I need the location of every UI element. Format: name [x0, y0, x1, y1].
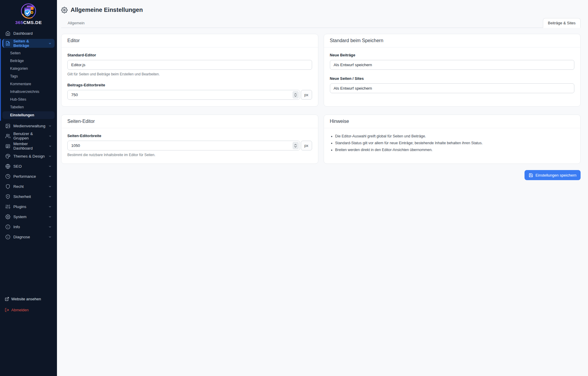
sidebar-item-label: Performance — [13, 174, 36, 179]
neue-beitraege-select[interactable]: Als Entwurf speichern — [330, 60, 575, 70]
standard-editor-field: Standard-Editor Editor.js Gilt für Seite… — [67, 53, 312, 76]
chevron-down-icon — [48, 42, 52, 45]
stepper-down-icon — [294, 146, 297, 147]
sidebar-item-label: Dashboard — [13, 31, 33, 36]
notes-list: Die Editor-Auswahl greift global für Sei… — [335, 134, 575, 152]
number-stepper[interactable] — [293, 91, 299, 99]
sidebar-item-label: Member Dashboard — [13, 142, 46, 150]
sidebar-submenu: Seiten Beiträge Kategorien Tags Kommenta… — [2, 49, 55, 121]
sidebar-item-seiten-beitraege[interactable]: Seiten & Beiträge — [2, 39, 55, 48]
brand-name: 365CMS.DE — [15, 20, 42, 25]
settings-gear-icon — [61, 7, 68, 13]
gear-icon — [5, 214, 10, 219]
sidebar-item-seo[interactable]: SEO — [2, 162, 55, 171]
chevron-down-icon — [48, 124, 52, 128]
seiten-editorbreite-input[interactable] — [67, 141, 300, 150]
sidebar-item-recht[interactable]: Recht — [2, 182, 55, 191]
sidebar-subitem-beitraege[interactable]: Beiträge — [2, 57, 55, 64]
sidebar-item-label: Sicherheit — [13, 194, 31, 199]
chevron-down-icon — [48, 205, 52, 208]
number-input-wrap — [67, 141, 300, 150]
info-icon — [5, 224, 10, 229]
sidebar-subitem-inhaltsverzeichnis[interactable]: Inhaltsverzeichnis — [2, 88, 55, 95]
sidebar-item-system[interactable]: System — [2, 212, 55, 221]
chevron-down-icon — [49, 134, 52, 138]
chevron-down-icon — [49, 145, 52, 148]
seiten-editor-card: Seiten-Editor Seiten-Editorbreite px — [61, 115, 318, 164]
palette-icon — [5, 154, 10, 159]
sidebar-subitem-kommentare[interactable]: Kommentare — [2, 80, 55, 88]
sidebar-item-benutzer-gruppen[interactable]: Benutzer & Gruppen — [2, 131, 55, 140]
sidebar-subitem-seiten[interactable]: Seiten — [2, 50, 55, 57]
chevron-down-icon — [48, 215, 52, 218]
sidebar-item-diagnose[interactable]: Diagnose — [2, 232, 55, 241]
sidebar-item-label: Themes & Design — [13, 154, 45, 158]
neue-beitraege-field: Neue Beiträge Als Entwurf speichern — [330, 53, 575, 70]
page-header: Allgemeine Einstellungen — [61, 7, 581, 13]
brand: 365CMS.DE — [0, 0, 57, 27]
sidebar-item-label: Diagnose — [13, 235, 30, 239]
card-icon — [5, 144, 10, 149]
note-item: Breiten werden direkt in den Editor-Ansi… — [335, 148, 575, 152]
sidebar-item-info[interactable]: Info — [2, 222, 55, 231]
neue-beitraege-label: Neue Beiträge — [330, 53, 575, 57]
sidebar-item-medienverwaltung[interactable]: Medienverwaltung — [2, 121, 55, 130]
sidebar-item-label: Benutzer & Gruppen — [13, 131, 46, 140]
clock-icon — [5, 174, 10, 179]
chevron-down-icon — [48, 175, 52, 178]
sidebar-item-sicherheit[interactable]: Sicherheit — [2, 192, 55, 201]
sidebar-item-label: Plugins — [13, 204, 26, 209]
sidebar-subitem-kategorien[interactable]: Kategorien — [2, 65, 55, 72]
chevron-down-icon — [48, 165, 52, 168]
standard-editor-label: Standard-Editor — [67, 53, 312, 57]
sidebar-nav: Dashboard Seiten & Beiträge Seiten Beitr… — [0, 27, 57, 242]
sidebar-subitem-tags[interactable]: Tags — [2, 73, 55, 80]
tab-beitraege-sites[interactable]: Beiträge & Sites — [543, 18, 581, 28]
note-item: Die Editor-Auswahl greift global für Sei… — [335, 134, 575, 138]
shield-lock-icon — [5, 194, 10, 199]
sidebar-subitem-tabellen[interactable]: Tabellen — [2, 104, 55, 111]
view-website-link[interactable]: Website ansehen — [5, 294, 52, 303]
note-item: Standard-Status gilt vor allem für neue … — [335, 141, 575, 145]
unit-addon: px — [301, 90, 312, 100]
pages-icon — [5, 41, 10, 46]
stepper-up-icon — [294, 93, 297, 95]
brand-logo-icon — [20, 3, 36, 19]
neue-seiten-select[interactable]: Als Entwurf speichern — [330, 83, 575, 93]
card-title: Editor — [61, 34, 318, 47]
sidebar-item-label: System — [13, 215, 26, 219]
external-link-icon — [5, 297, 9, 301]
sidebar-item-performance[interactable]: Performance — [2, 172, 55, 181]
stepper-down-icon — [294, 95, 297, 97]
save-defaults-card: Standard beim Speichern Neue Beiträge Al… — [324, 34, 581, 107]
sidebar-item-label: Recht — [13, 184, 24, 189]
seiten-editorbreite-field: Seiten-Editorbreite px Bestimmt die nutz… — [67, 134, 312, 157]
sidebar-item-themes-design[interactable]: Themes & Design — [2, 152, 55, 161]
home-icon — [5, 31, 10, 36]
save-settings-button[interactable]: Einstellungen speichern — [525, 170, 581, 180]
shield-icon — [5, 184, 10, 189]
seiten-editorbreite-help: Bestimmt die nutzbare Inhaltsbreite im E… — [67, 153, 312, 157]
chevron-down-icon — [48, 155, 52, 158]
unit-addon: px — [301, 141, 312, 150]
sidebar-subitem-hub-sites[interactable]: Hub-Sites — [2, 96, 55, 103]
card-body: Seiten-Editorbreite px Bestimmt die nutz… — [61, 128, 318, 164]
sidebar-item-label: SEO — [13, 164, 22, 169]
chevron-down-icon — [48, 235, 52, 239]
sidebar-item-plugins[interactable]: Plugins — [2, 202, 55, 211]
logout-icon — [5, 308, 9, 312]
logout-link[interactable]: Abmelden — [5, 305, 52, 314]
card-body: Die Editor-Auswahl greift global für Sei… — [324, 128, 581, 161]
stepper-up-icon — [294, 144, 297, 145]
beitrags-editorbreite-input[interactable] — [67, 90, 300, 100]
standard-editor-select[interactable]: Editor.js — [67, 60, 312, 70]
chevron-down-icon — [48, 185, 52, 188]
diagnose-icon — [5, 234, 10, 239]
sidebar-subitem-einstellungen[interactable]: Einstellungen — [2, 111, 55, 119]
sidebar-item-member-dashboard[interactable]: Member Dashboard — [2, 142, 55, 150]
card-title: Hinweise — [324, 115, 581, 128]
sidebar-item-dashboard[interactable]: Dashboard — [2, 29, 55, 38]
tab-allgemein[interactable]: Allgemein — [64, 18, 88, 28]
editor-card: Editor Standard-Editor Editor.js Gilt fü… — [61, 34, 318, 107]
number-stepper[interactable] — [293, 142, 299, 149]
